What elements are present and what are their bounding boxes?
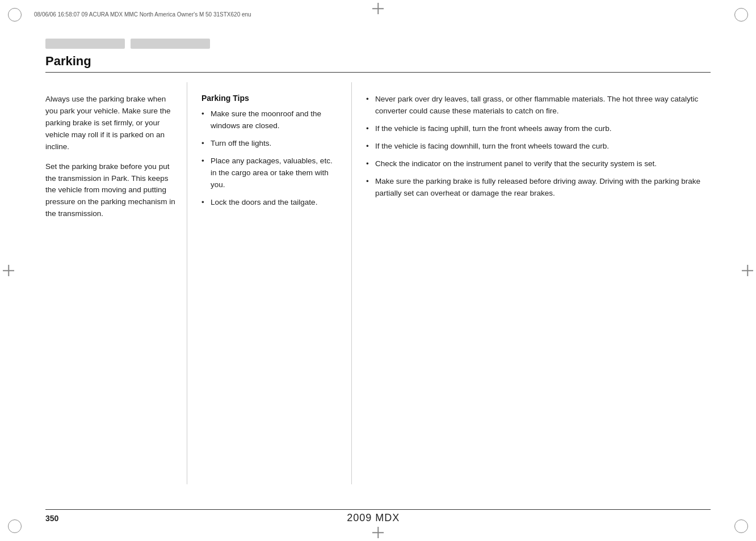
right-tip-4: Check the indicator on the instrument pa… <box>366 158 711 170</box>
title-rule <box>45 72 711 73</box>
registration-mark-br <box>734 519 748 533</box>
cross-mark-right <box>742 265 753 276</box>
footer-rule <box>45 509 711 510</box>
footer-title: 2009 MDX <box>347 512 400 524</box>
header: 08/06/06 16:58:07 09 ACURA MDX MMC North… <box>34 6 722 23</box>
footer: 350 2009 MDX <box>45 512 711 524</box>
tab-bar-1 <box>45 39 125 49</box>
cross-mark-bottom <box>372 527 384 538</box>
page-title-section: Parking <box>45 54 711 73</box>
right-tip-1: Never park over dry leaves, tall grass, … <box>366 94 711 117</box>
parking-tips-title: Parking Tips <box>201 94 340 103</box>
right-tip-3: If the vehicle is facing downhill, turn … <box>366 141 711 153</box>
page-container: 08/06/06 16:58:07 09 ACURA MDX MMC North… <box>0 0 756 541</box>
page-title: Parking <box>45 54 711 69</box>
left-para-2: Set the parking brake before you put the… <box>45 161 175 221</box>
tab-bar-2 <box>131 39 210 49</box>
page-number: 350 <box>45 514 58 523</box>
parking-tip-3: Place any packages, valuables, etc. in t… <box>201 155 340 191</box>
right-tip-5: Make sure the parking brake is fully rel… <box>366 176 711 200</box>
parking-tips-list: Make sure the moonroof and the windows a… <box>201 108 340 208</box>
registration-mark-bl <box>8 519 22 533</box>
cross-mark-left <box>3 265 14 276</box>
registration-mark-tl <box>8 8 22 22</box>
right-tip-2: If the vehicle is facing uphill, turn th… <box>366 123 711 135</box>
tab-bars <box>45 39 210 49</box>
content-area: Always use the parking brake when you pa… <box>45 82 711 484</box>
parking-tip-4: Lock the doors and the tailgate. <box>201 197 340 209</box>
header-text: 08/06/06 16:58:07 09 ACURA MDX MMC North… <box>34 11 722 18</box>
right-tips-list: Never park over dry leaves, tall grass, … <box>366 94 711 199</box>
left-column: Always use the parking brake when you pa… <box>45 82 187 484</box>
right-column: Never park over dry leaves, tall grass, … <box>352 82 711 484</box>
registration-mark-tr <box>734 8 748 22</box>
parking-tip-1: Make sure the moonroof and the windows a… <box>201 108 340 132</box>
left-para-1: Always use the parking brake when you pa… <box>45 94 175 153</box>
parking-tip-2: Turn off the lights. <box>201 138 340 150</box>
middle-column: Parking Tips Make sure the moonroof and … <box>187 82 352 484</box>
